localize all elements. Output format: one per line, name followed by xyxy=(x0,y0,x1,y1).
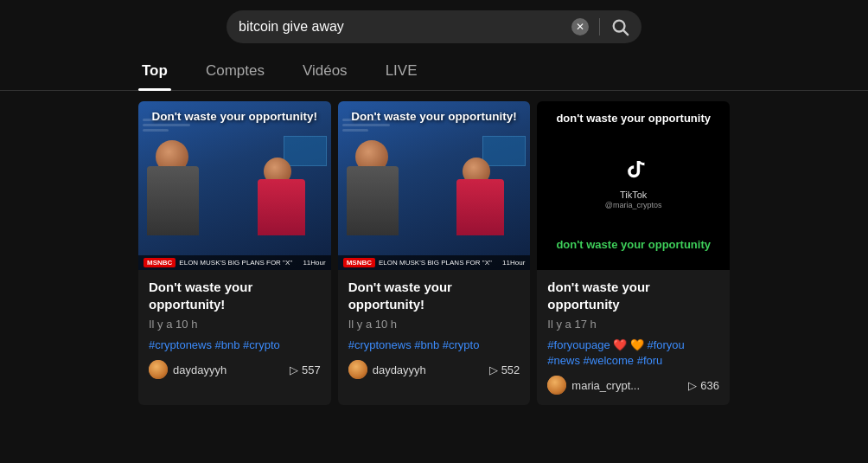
card-title-2: Don't waste your opportunity! xyxy=(348,279,520,312)
play-icon-1: ▷ xyxy=(290,363,298,376)
thumbnail-3: don't waste your opportunity TikTok @mar… xyxy=(537,101,730,270)
video-card-1[interactable]: Don't waste your opportunity! MSNBC ELON… xyxy=(138,101,331,405)
clear-button[interactable]: ✕ xyxy=(571,18,589,35)
search-container: ✕ xyxy=(0,0,868,54)
tab-comptes[interactable]: Comptes xyxy=(202,54,268,90)
video-card-3[interactable]: don't waste your opportunity TikTok @mar… xyxy=(537,101,730,405)
search-icon xyxy=(610,17,629,36)
thumbnail-title-bottom-3: don't waste your opportunity xyxy=(537,238,730,253)
card-time-3: Il y a 17 h xyxy=(547,318,719,331)
search-divider xyxy=(599,18,600,35)
card-tags-1: #cryptonews #bnb #crypto xyxy=(149,338,321,353)
card-title-3: don't waste your opportunity xyxy=(547,279,719,312)
tab-live[interactable]: LIVE xyxy=(382,54,421,90)
view-count-2: 552 xyxy=(501,363,520,376)
tiktok-logo-icon xyxy=(605,158,662,187)
card-time-1: Il y a 10 h xyxy=(149,318,321,331)
card-tags-2: #cryptonews #bnb #crypto xyxy=(348,338,520,353)
news-text-1: ELON MUSK'S BIG PLANS FOR "X" xyxy=(179,259,292,267)
card-title-1: Don't waste your opportunity! xyxy=(149,279,321,312)
tabs-bar: Top Comptes Vidéos LIVE xyxy=(0,54,868,91)
search-bar: ✕ xyxy=(227,10,641,43)
author-avatar-2 xyxy=(348,360,367,379)
card-footer-2: daydayyyh ▷ 552 xyxy=(348,360,520,379)
news-show-1: 11Hour xyxy=(303,259,325,267)
card-views-1: ▷ 557 xyxy=(290,363,321,376)
card-time-2: Il y a 10 h xyxy=(348,318,520,331)
thumbnail-title-1: Don't waste your opportunity! xyxy=(138,110,331,125)
card-author-3: maria_crypt... xyxy=(547,376,640,395)
play-icon-2: ▷ xyxy=(489,363,498,376)
video-card-2[interactable]: Don't waste your opportunity! MSNBC ELON… xyxy=(338,101,531,405)
results-grid: Don't waste your opportunity! MSNBC ELON… xyxy=(0,91,868,415)
card-footer-1: daydayyyh ▷ 557 xyxy=(149,360,321,379)
card-author-2: daydayyyh xyxy=(348,360,426,379)
news-bar-1: MSNBC ELON MUSK'S BIG PLANS FOR "X" 11Ho… xyxy=(138,255,331,270)
card-info-3: don't waste your opportunity Il y a 17 h… xyxy=(537,270,730,405)
msnbc-badge-1: MSNBC xyxy=(144,258,176,267)
author-name-3: maria_crypt... xyxy=(571,379,640,392)
card-info-1: Don't waste your opportunity! Il y a 10 … xyxy=(138,270,331,389)
search-input[interactable] xyxy=(239,19,565,35)
author-name-1: daydayyyh xyxy=(173,363,227,376)
card-views-3: ▷ 636 xyxy=(688,379,719,392)
card-footer-3: maria_crypt... ▷ 636 xyxy=(547,376,719,395)
author-name-2: daydayyyh xyxy=(373,363,426,376)
author-avatar-3 xyxy=(547,376,566,395)
news-text-2: ELON MUSK'S BIG PLANS FOR "X" xyxy=(379,259,492,267)
tiktok-user-3: @maria_cryptos xyxy=(605,200,662,209)
search-button[interactable] xyxy=(610,17,629,36)
svg-line-1 xyxy=(623,30,628,35)
card-tags-3: #foryoupage ❤️ 🧡 #foryou #news #welcome … xyxy=(547,338,719,369)
view-count-1: 557 xyxy=(302,363,321,376)
card-views-2: ▷ 552 xyxy=(489,363,520,376)
thumbnail-2: Don't waste your opportunity! MSNBC ELON… xyxy=(338,101,531,270)
play-icon-3: ▷ xyxy=(688,379,697,392)
thumbnail-title-2: Don't waste your opportunity! xyxy=(338,110,531,125)
thumbnail-1: Don't waste your opportunity! MSNBC ELON… xyxy=(138,101,331,270)
author-avatar-1 xyxy=(149,360,168,379)
tab-top[interactable]: Top xyxy=(138,54,171,90)
tab-videos[interactable]: Vidéos xyxy=(299,54,351,90)
tiktok-label-3: TikTok xyxy=(605,189,662,199)
news-bar-2: MSNBC ELON MUSK'S BIG PLANS FOR "X" 11Ho… xyxy=(338,255,531,270)
card-info-2: Don't waste your opportunity! Il y a 10 … xyxy=(338,270,531,389)
card-author-1: daydayyyh xyxy=(149,360,227,379)
msnbc-badge-2: MSNBC xyxy=(343,258,375,267)
thumbnail-title-top-3: don't waste your opportunity xyxy=(537,112,730,126)
clear-icon: ✕ xyxy=(576,21,584,33)
news-show-2: 11Hour xyxy=(502,259,525,267)
view-count-3: 636 xyxy=(700,379,719,392)
